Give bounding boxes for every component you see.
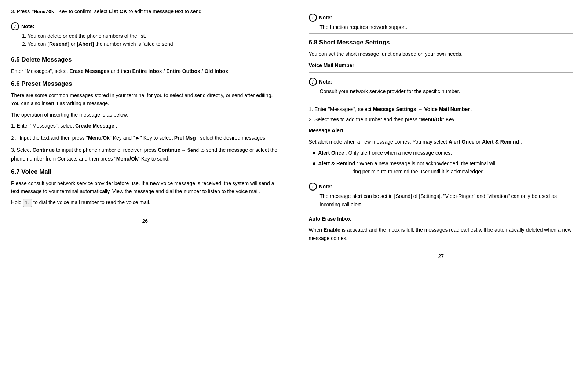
section67-para2: Hold 1. to dial the voice mail number to… (11, 198, 279, 207)
voicemail-title: Voice Mail Number (309, 61, 574, 69)
note-alert-icon: ! (309, 183, 317, 191)
note-top: ! Note: The function requires network su… (309, 11, 574, 34)
note-alert-label: Note: (319, 184, 332, 189)
bullet-alert-remind: ● Alert & Remind : When a new message is… (309, 159, 574, 176)
section68-intro: You can set the short message functions … (309, 50, 574, 58)
section65-title: 6.5 Delete Messages (11, 56, 279, 63)
note1-item1: 1. You can delete or edit the phone numb… (22, 32, 279, 40)
bullet-alert-once: ● Alert Once : Only alert once when a ne… (309, 149, 574, 157)
section67-title: 6.7 Voice Mail (11, 168, 279, 176)
note1-title: ! Note: (11, 22, 279, 30)
bullet-dot-1: ● (313, 149, 316, 157)
section65-text: Enter "Messages", select Erase Messages … (11, 67, 279, 75)
section66-para2: The operation of inserting the message i… (11, 111, 279, 119)
step3-end: to edit the message text to send. (127, 8, 203, 14)
page-container: 3. Press "Menu/Ok" Key to confirm, selec… (0, 0, 588, 372)
hr-voicemail (309, 72, 574, 73)
bullet2-content: Alert & Remind : When a new message is n… (318, 159, 496, 176)
step3-mid: Key to confirm, select (57, 8, 109, 14)
note-voicemail-label: Note: (319, 79, 332, 85)
note-top-title: ! Note: (309, 14, 574, 22)
step3-num: 3. (11, 8, 17, 14)
note-voicemail-text: Consult your network service provider fo… (320, 88, 460, 94)
step-3-block: 3. Press "Menu/Ok" Key to confirm, selec… (11, 7, 279, 16)
auto-erase-text: When Enable is activated and the inbox i… (309, 226, 574, 242)
auto-erase-title: Auto Erase Inbox (309, 215, 574, 223)
note-alert: ! Note: The message alert can be set in … (309, 180, 574, 211)
note-top-icon: ! (309, 14, 317, 22)
bullet1-content: Alert Once : Only alert once when a new … (318, 149, 452, 157)
note-voicemail-title: ! Note: (309, 78, 574, 86)
section68-title: 6.8 Short Message Settings (309, 39, 574, 46)
section66-para1: There are some common messages stored in… (11, 91, 279, 108)
bullet-dot-2: ● (313, 159, 316, 167)
note-voicemail-icon: ! (309, 78, 317, 86)
step3-menuok: "Menu/Ok" (31, 9, 57, 15)
right-page-number: 27 (309, 253, 574, 259)
note-alert-content: The message alert can be set in [Sound] … (309, 192, 574, 209)
note-top-label: Note: (319, 15, 332, 21)
section66-step3: 3. Select Continue to input the phone nu… (11, 146, 279, 163)
step3-press: Press (17, 8, 32, 14)
section67-para1: Please consult your network service prov… (11, 179, 279, 196)
note-alert-title: ! Note: (309, 183, 574, 191)
note1-label: Note: (21, 23, 34, 29)
section66-step2: 2. Input the text and then press "Menu/O… (11, 134, 279, 143)
msg-alert-text: Set alert mode when a new message comes.… (309, 138, 574, 146)
note1-content: 1. You can delete or edit the phone numb… (11, 32, 279, 48)
section66-step1: 1. Enter "Messages", select Create Messa… (11, 122, 279, 130)
note-voicemail-content: Consult your network service provider fo… (309, 87, 574, 95)
hr-voicemail2 (309, 102, 574, 102)
section68-step2: 2. Select Yes to add the number and then… (309, 115, 574, 124)
note-1: ! Note: 1. You can delete or edit the ph… (11, 20, 279, 51)
note-alert-text: The message alert can be set in [Sound] … (320, 193, 557, 207)
msg-alert-title: Message Alert (309, 126, 574, 135)
step3-listok: List OK (109, 8, 127, 14)
right-page: ! Note: The function requires network su… (294, 0, 588, 372)
note-voicemail: ! Note: Consult your network service pro… (309, 75, 574, 98)
note1-icon: ! (11, 22, 19, 30)
note-top-text: The function requires network support. (320, 24, 408, 30)
note-top-content: The function requires network support. (309, 23, 574, 31)
key-1: 1. (23, 199, 32, 207)
section66-title: 6.6 Preset Messages (11, 80, 279, 88)
left-page: 3. Press "Menu/Ok" Key to confirm, selec… (0, 0, 294, 372)
left-page-number: 26 (11, 218, 279, 224)
section68-step1: 1. Enter "Messages", select Message Sett… (309, 105, 574, 113)
note1-item2: 2. You can [Resend] or [Abort] the numbe… (22, 40, 279, 48)
